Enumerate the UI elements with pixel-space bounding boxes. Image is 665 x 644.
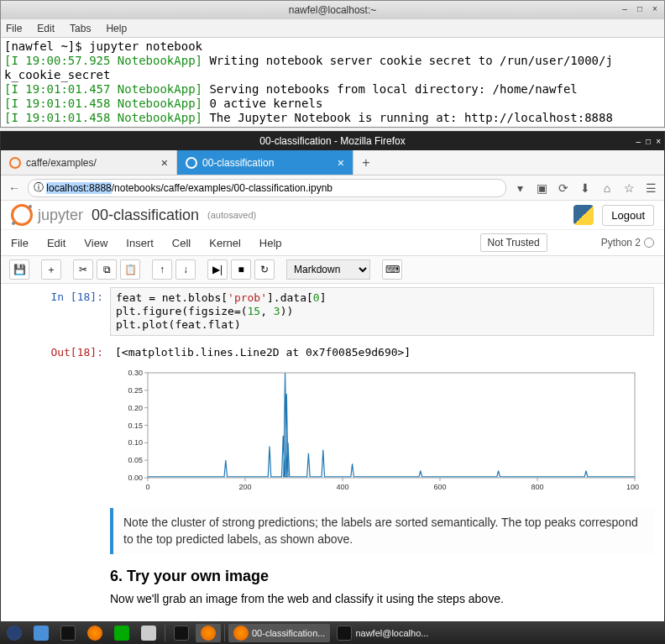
jupyter-logo-icon — [11, 204, 33, 226]
logout-button[interactable]: Logout — [602, 205, 654, 226]
terminal-icon — [60, 626, 76, 641]
move-down-button[interactable]: ↓ — [175, 259, 196, 280]
bookmark-icon[interactable]: ☆ — [620, 181, 637, 195]
menu-edit[interactable]: Edit — [47, 237, 65, 249]
close-icon[interactable]: × — [656, 137, 661, 146]
launcher-firefox[interactable] — [82, 624, 107, 642]
svg-text:0.25: 0.25 — [128, 386, 143, 395]
menu-edit[interactable]: Edit — [37, 23, 55, 34]
trust-indicator[interactable]: Not Trusted — [480, 233, 547, 252]
notebook-cells[interactable]: In [18]: feat = net.blobs['prob'].data[0… — [1, 284, 664, 621]
menu-cell[interactable]: Cell — [172, 237, 191, 249]
svg-rect-0 — [148, 373, 635, 478]
taskbar-item-firefox[interactable]: 00-classification... — [228, 624, 330, 642]
browser-titlebar[interactable]: 00-classification - Mozilla Firefox – □ … — [1, 132, 664, 150]
launcher-files[interactable] — [136, 624, 161, 642]
svg-text:1000: 1000 — [626, 483, 639, 491]
terminal-icon — [337, 626, 352, 641]
output-chart: 0.000.050.100.150.200.250.30020040060080… — [110, 369, 654, 498]
menu-icon[interactable]: ☰ — [642, 181, 659, 195]
minimize-icon[interactable]: – — [619, 4, 631, 16]
tab-close-icon[interactable]: × — [161, 156, 168, 170]
svg-text:0.20: 0.20 — [128, 404, 143, 412]
svg-text:200: 200 — [238, 483, 251, 491]
maximize-icon[interactable]: □ — [634, 4, 646, 16]
tab-strip: caffe/examples/ × 00-classification × + — [1, 150, 664, 175]
downloads-icon[interactable]: ⬇ — [577, 181, 594, 195]
new-tab-button[interactable]: + — [353, 150, 379, 175]
svg-text:0.15: 0.15 — [128, 421, 143, 430]
markdown-note[interactable]: Note the cluster of strong predictions; … — [110, 508, 654, 554]
move-up-button[interactable]: ↑ — [152, 259, 172, 280]
svg-text:0.10: 0.10 — [128, 438, 143, 447]
terminal-prompt: [nawfel ~]$ jupyter notebook — [4, 39, 202, 53]
terminal-titlebar[interactable]: nawfel@localhost:~ – □ × — [1, 1, 664, 19]
menu-file[interactable]: File — [11, 237, 29, 249]
menu-kernel[interactable]: Kernel — [209, 237, 241, 249]
jupyter-icon — [9, 157, 21, 169]
close-icon[interactable]: × — [649, 4, 661, 16]
notebook-name[interactable]: 00-classification — [92, 207, 199, 224]
reader-icon[interactable]: ▣ — [533, 181, 550, 195]
taskbar-item-terminal[interactable]: nawfel@localho... — [332, 624, 433, 642]
terminal-body[interactable]: [nawfel ~]$ jupyter notebook [I 19:00:57… — [1, 38, 664, 127]
jupyter-logo[interactable]: jupyter — [11, 204, 83, 226]
in-prompt: In [18]: — [1, 287, 110, 336]
dropdown-icon[interactable]: ▾ — [511, 181, 528, 195]
menu-file[interactable]: File — [6, 23, 22, 34]
minimize-icon[interactable]: – — [636, 137, 641, 146]
url-input[interactable]: ⓘ localhost:8888/notebooks/caffe/example… — [28, 179, 506, 197]
tab-00-classification[interactable]: 00-classification × — [177, 150, 353, 175]
cut-button[interactable]: ✂ — [73, 259, 93, 280]
svg-text:0.00: 0.00 — [128, 474, 143, 482]
firefox-icon — [201, 626, 216, 641]
info-icon[interactable]: ⓘ — [34, 181, 46, 195]
code-input[interactable]: feat = net.blobs['prob'].data[0] plt.fig… — [110, 287, 654, 336]
fedora-icon — [7, 626, 22, 641]
terminal-title: nawfel@localhost:~ — [289, 4, 377, 16]
start-button[interactable] — [2, 624, 27, 642]
launcher-firefox-2[interactable] — [196, 624, 221, 642]
menu-view[interactable]: View — [84, 237, 107, 249]
svg-text:600: 600 — [433, 483, 446, 491]
menu-help[interactable]: Help — [259, 237, 282, 249]
save-button[interactable]: 💾 — [9, 259, 29, 280]
svg-text:400: 400 — [336, 483, 348, 491]
launcher-terminal[interactable] — [55, 624, 81, 642]
svg-text:0.30: 0.30 — [128, 369, 143, 377]
menu-tabs[interactable]: Tabs — [70, 23, 91, 34]
show-desktop-button[interactable] — [29, 624, 54, 642]
terminal-icon — [174, 626, 189, 641]
kernel-indicator[interactable]: Python 2 — [601, 237, 654, 249]
output-cell: Out[18]: [<matplotlib.lines.Line2D at 0x… — [1, 343, 664, 362]
notebook-page: jupyter 00-classification (autosaved) Lo… — [1, 201, 664, 621]
command-palette-button[interactable]: ⌨ — [382, 259, 402, 280]
home-icon[interactable]: ⌂ — [599, 181, 615, 195]
python-logo-icon — [573, 205, 594, 225]
reload-icon[interactable]: ⟳ — [555, 181, 572, 195]
markdown-heading[interactable]: 6. Try your own image — [110, 568, 654, 585]
maximize-icon[interactable]: □ — [646, 137, 651, 146]
cell-type-select[interactable]: Markdown — [286, 259, 370, 280]
paste-button[interactable]: 📋 — [120, 259, 140, 280]
svg-text:0: 0 — [145, 483, 149, 491]
markdown-paragraph[interactable]: Now we'll grab an image from the web and… — [110, 592, 654, 605]
address-bar: ← ⓘ localhost:8888/notebooks/caffe/examp… — [1, 175, 664, 201]
taskbar: 00-classification... nawfel@localho... — [0, 622, 665, 644]
menu-insert[interactable]: Insert — [126, 237, 154, 249]
stop-button[interactable]: ■ — [231, 259, 251, 280]
launcher-terminal-2[interactable] — [169, 624, 194, 642]
back-button[interactable]: ← — [6, 181, 23, 195]
tab-caffe-examples[interactable]: caffe/examples/ × — [1, 150, 177, 175]
restart-button[interactable]: ↻ — [254, 259, 275, 280]
launcher-monitor[interactable] — [109, 624, 134, 642]
copy-button[interactable]: ⧉ — [97, 259, 117, 280]
tab-close-icon[interactable]: × — [338, 156, 344, 170]
add-cell-button[interactable]: ＋ — [41, 259, 61, 280]
code-cell[interactable]: In [18]: feat = net.blobs['prob'].data[0… — [1, 287, 664, 336]
autosave-label: (autosaved) — [207, 210, 256, 220]
menu-help[interactable]: Help — [106, 23, 127, 34]
kernel-status-icon — [644, 238, 654, 248]
run-button[interactable]: ▶| — [207, 259, 228, 280]
firefox-icon — [233, 626, 249, 641]
